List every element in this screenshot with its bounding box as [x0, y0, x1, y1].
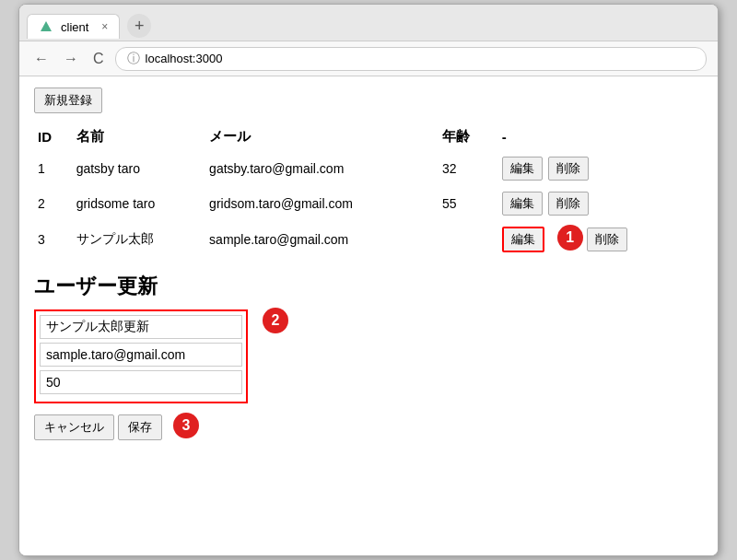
row3-age	[439, 221, 498, 258]
tab-close-button[interactable]: ×	[101, 20, 108, 33]
page-content: 新規登録 ID 名前 メール 年齢 - 1 gatsby taro gatsby…	[19, 76, 718, 555]
row1-edit-button[interactable]: 編集	[502, 157, 543, 181]
row1-id: 1	[34, 151, 73, 186]
row2-id: 2	[34, 186, 73, 221]
row2-email: gridsom.taro@gmail.com	[205, 186, 439, 221]
new-tab-button[interactable]: +	[127, 14, 151, 38]
address-bar: ← → C ⓘ localhost:3000	[19, 41, 718, 76]
section-title: ユーザー更新	[34, 273, 703, 300]
row3-actions: 編集 1 削除	[498, 221, 703, 258]
email-input[interactable]	[40, 343, 242, 367]
col-email: メール	[205, 124, 439, 151]
users-table: ID 名前 メール 年齢 - 1 gatsby taro gatsby.taro…	[34, 124, 703, 258]
address-input-bar[interactable]: ⓘ localhost:3000	[115, 47, 707, 71]
info-icon: ⓘ	[127, 51, 140, 67]
title-bar: client × +	[19, 5, 718, 41]
row2-actions: 編集 削除	[498, 186, 703, 221]
row2-age: 55	[439, 186, 498, 221]
col-name: 名前	[73, 124, 205, 151]
table-row: 3 サンプル太郎 sample.taro@gmail.com 編集 1 削除	[34, 221, 703, 258]
form-buttons: キャンセル 保存 3	[34, 414, 703, 440]
save-button[interactable]: 保存	[118, 414, 162, 440]
reload-button[interactable]: C	[89, 49, 108, 69]
forward-button[interactable]: →	[60, 49, 82, 69]
row1-age: 32	[439, 151, 498, 186]
row2-edit-button[interactable]: 編集	[502, 192, 543, 216]
browser-tab[interactable]: client ×	[27, 14, 120, 39]
row1-delete-button[interactable]: 削除	[548, 157, 589, 181]
row1-name: gatsby taro	[73, 151, 205, 186]
cancel-button[interactable]: キャンセル	[34, 414, 114, 440]
url-display: localhost:3000	[146, 52, 223, 65]
new-register-button[interactable]: 新規登録	[34, 88, 102, 113]
age-input[interactable]	[40, 370, 242, 394]
col-id: ID	[34, 124, 73, 151]
table-row: 2 gridsome taro gridsom.taro@gmail.com 5…	[34, 186, 703, 221]
annotation-3: 3	[173, 413, 199, 438]
row3-id: 3	[34, 221, 73, 258]
row3-delete-button[interactable]: 削除	[587, 228, 627, 251]
col-actions: -	[498, 124, 703, 151]
tab-icon	[39, 19, 53, 34]
back-button[interactable]: ←	[30, 49, 53, 69]
row3-name: サンプル太郎	[73, 221, 205, 258]
svg-marker-0	[41, 21, 52, 31]
table-row: 1 gatsby taro gatsby.taro@gmail.com 32 編…	[34, 151, 703, 186]
update-form	[34, 309, 248, 403]
row2-name: gridsome taro	[73, 186, 205, 221]
row1-actions: 編集 削除	[498, 151, 703, 186]
annotation-1: 1	[557, 225, 583, 251]
name-input[interactable]	[40, 315, 242, 339]
tab-label: client	[61, 20, 88, 34]
row2-delete-button[interactable]: 削除	[548, 192, 589, 216]
col-age: 年齢	[439, 124, 498, 151]
row3-email: sample.taro@gmail.com	[205, 221, 439, 258]
row1-email: gatsby.taro@gmail.com	[205, 151, 439, 186]
browser-window: client × + ← → C ⓘ localhost:3000 新規登録 I…	[18, 4, 719, 556]
annotation-2: 2	[263, 308, 288, 333]
row3-edit-button[interactable]: 編集	[502, 227, 544, 252]
